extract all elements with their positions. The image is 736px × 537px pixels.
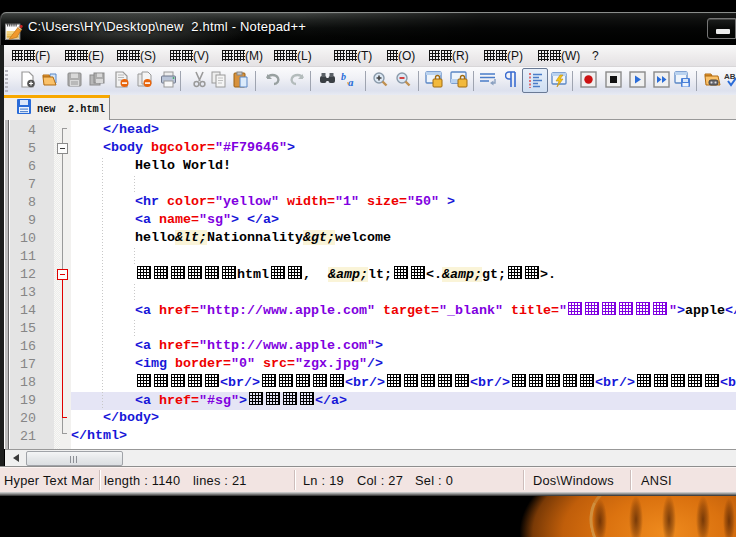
svg-text:a: a xyxy=(348,76,354,88)
svg-text:b: b xyxy=(341,71,346,82)
